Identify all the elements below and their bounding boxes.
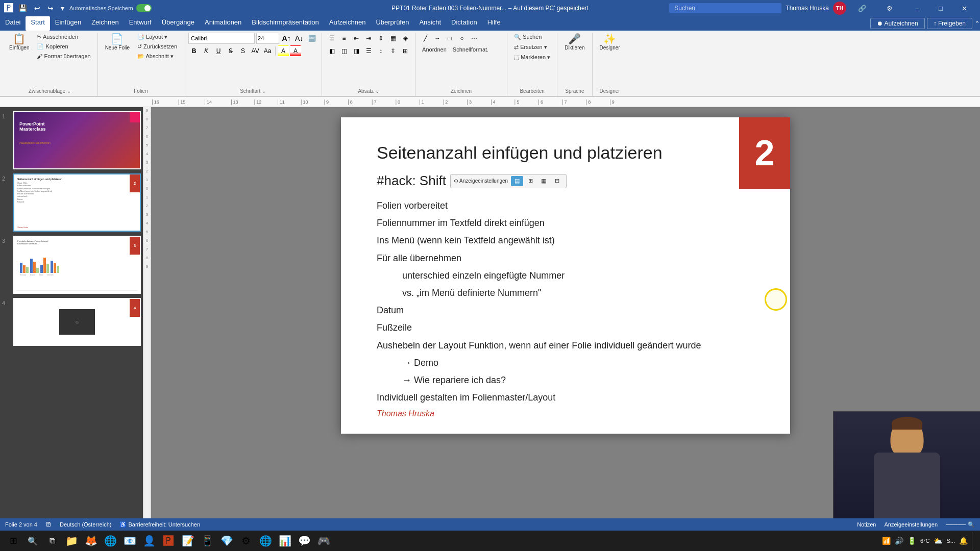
clear-format-button[interactable]: 🔤 [306, 33, 317, 44]
taskbar-excel[interactable]: 📊 [276, 532, 294, 550]
shape-rect-button[interactable]: □ [444, 33, 455, 44]
taskbar-app3[interactable]: ⚙ [237, 532, 255, 550]
find-button[interactable]: 🔍 Suchen [511, 33, 544, 41]
taskbar-onenote[interactable]: 📝 [179, 532, 197, 550]
menu-einfuegen[interactable]: Einfügen [50, 16, 86, 31]
align-right-button[interactable]: ◨ [351, 45, 362, 57]
share-icon[interactable]: 🔗 [850, 0, 874, 16]
volume-icon[interactable]: 🔊 [895, 537, 903, 545]
menu-uebergaenge[interactable]: Übergänge [157, 16, 200, 31]
display-settings-label[interactable]: Anzeigeeinstellungen [884, 521, 938, 528]
bullet-list-button[interactable]: ☰ [326, 33, 337, 44]
taskbar-app4[interactable]: 💬 [295, 532, 313, 550]
taskbar-powerpoint[interactable]: 🅿 [159, 532, 178, 550]
quick-styles-button[interactable]: Schnellformat. [450, 45, 491, 54]
slide-thumbnail-3[interactable]: 3 3 2 einfache Achsen-Primer beispielLeb… [2, 236, 141, 294]
shape-arrow-button[interactable]: → [432, 33, 443, 44]
shape-oval-button[interactable]: ○ [456, 33, 468, 44]
taskbar-teams[interactable]: 👤 [140, 532, 158, 550]
font-size-decrease-button[interactable]: A↓ [293, 33, 305, 44]
cut-button[interactable]: ✂ Ausschneiden [34, 33, 93, 41]
indent-less-button[interactable]: ⇤ [351, 33, 362, 44]
reset-button[interactable]: ↺ Zurücksetzen [135, 42, 180, 51]
select-button[interactable]: ⬚ Markieren ▾ [511, 53, 553, 62]
slide-image-3[interactable]: 3 2 einfache Achsen-Primer beispielLeben… [13, 236, 141, 294]
font-size-input[interactable] [256, 33, 279, 44]
strikethrough-button[interactable]: S̶ [225, 45, 236, 57]
slide-image-1[interactable]: PowerPointMasterclass PRÄSENTIEREN WIE E… [13, 111, 141, 169]
menu-hilfe[interactable]: Hilfe [482, 16, 506, 31]
taskview-button[interactable]: ⧉ [43, 532, 61, 550]
menu-ueberpruefen[interactable]: Überprüfen [371, 16, 414, 31]
text-shadow-button[interactable]: S [237, 45, 249, 57]
format-painter-button[interactable]: 🖌 Format übertragen [34, 52, 93, 60]
diktieren-button[interactable]: 🎤 Diktieren [561, 33, 587, 52]
display-btn-grid[interactable]: ⊞ [524, 176, 536, 186]
arrange-button[interactable]: Anordnen [420, 45, 449, 54]
autosave-toggle[interactable] [136, 4, 152, 12]
taskbar-app2[interactable]: 💎 [217, 532, 236, 550]
menu-start[interactable]: Start [26, 16, 50, 31]
underline-button[interactable]: U [213, 45, 224, 57]
slide-image-2[interactable]: 2 Seitenanzahl einfügen und platzieren #… [13, 173, 141, 232]
numbered-list-button[interactable]: ≡ [338, 33, 350, 44]
char-spacing-button[interactable]: AV [250, 45, 261, 57]
share-button[interactable]: ↑ Freigeben [927, 18, 972, 29]
font-color-button[interactable]: A [290, 45, 301, 57]
language-label[interactable]: Deutsch (Österreich) [60, 521, 111, 528]
font-case-button[interactable]: Aa [262, 45, 273, 57]
paragraph-spacing-button[interactable]: ⇳ [387, 45, 399, 57]
smartart-button[interactable]: ◈ [400, 33, 411, 44]
search-input[interactable] [669, 3, 781, 13]
menu-animationen[interactable]: Animationen [200, 16, 247, 31]
align-left-button[interactable]: ◧ [326, 45, 337, 57]
convert-smartart-button[interactable]: ⊞ [400, 45, 411, 57]
text-direction-button[interactable]: ⇕ [375, 33, 386, 44]
line-spacing-button[interactable]: ↕ [375, 45, 386, 57]
designer-button[interactable]: ✨ Designer [597, 33, 623, 52]
quick-access-more[interactable]: ▾ [59, 3, 66, 13]
slide-image-4[interactable]: 4 G [13, 298, 141, 346]
zoom-slider[interactable]: ───── 🔍 [946, 521, 975, 528]
paste-button[interactable]: 📋 Einfügen [6, 33, 32, 52]
section-button[interactable]: 📂 Abschnitt ▾ [135, 52, 180, 61]
font-size-increase-button[interactable]: A↑ [281, 33, 292, 44]
redo-button[interactable]: ↪ [45, 3, 56, 13]
menu-entwurf[interactable]: Entwurf [124, 16, 157, 31]
taskbar-outlook[interactable]: 📧 [120, 532, 139, 550]
slide-canvas[interactable]: 2 Seitenanzahl einfügen und platzieren #… [341, 117, 790, 434]
taskbar-chrome[interactable]: 🌐 [101, 532, 119, 550]
maximize-button[interactable]: □ [929, 0, 952, 16]
menu-bildschirmpraesentaion[interactable]: Bildschirmpräsentation [247, 16, 324, 31]
justify-button[interactable]: ☰ [363, 45, 374, 57]
menu-datei[interactable]: Datei [0, 16, 26, 31]
columns-button[interactable]: ▦ [387, 33, 399, 44]
menu-ansicht[interactable]: Ansicht [414, 16, 446, 31]
notifications-button[interactable]: 🔔 [959, 537, 968, 545]
network-icon[interactable]: 📶 [882, 537, 891, 545]
notes-button[interactable]: Notizen [857, 521, 876, 528]
save-button[interactable]: 💾 [16, 3, 29, 13]
undo-button[interactable]: ↩ [32, 3, 42, 13]
battery-icon[interactable]: 🔋 [908, 537, 916, 545]
layout-button[interactable]: 📑 Layout ▾ [135, 33, 180, 41]
slide-thumbnail-2[interactable]: 2 2 Seitenanzahl einfügen und platzieren… [2, 173, 141, 232]
close-button[interactable]: ✕ [952, 0, 976, 16]
indent-more-button[interactable]: ⇥ [363, 33, 374, 44]
accessibility-label[interactable]: ♿ Barrierefreiheit: Untersuchen [119, 521, 200, 528]
neue-folie-button[interactable]: 📄 Neue Folie [102, 33, 133, 52]
replace-button[interactable]: ⇄ Ersetzen ▾ [511, 43, 550, 52]
menu-aufzeichnen[interactable]: Aufzeichnen [324, 16, 371, 31]
taskbar-firefox[interactable]: 🦊 [82, 532, 100, 550]
menu-zeichnen[interactable]: Zeichnen [86, 16, 124, 31]
bold-button[interactable]: B [188, 45, 200, 57]
copy-button[interactable]: 📄 Kopieren [34, 42, 93, 51]
taskbar-explorer[interactable]: 📁 [62, 532, 81, 550]
show-desktop-button[interactable] [972, 532, 976, 550]
shape-line-button[interactable]: ╱ [420, 33, 431, 44]
taskbar-app1[interactable]: 📱 [198, 532, 216, 550]
slide-thumbnail-4[interactable]: 4 4 G [2, 298, 141, 346]
shape-more-button[interactable]: ⋯ [469, 33, 480, 44]
highlight-button[interactable]: A [278, 45, 289, 57]
minimize-button[interactable]: – [905, 0, 929, 16]
